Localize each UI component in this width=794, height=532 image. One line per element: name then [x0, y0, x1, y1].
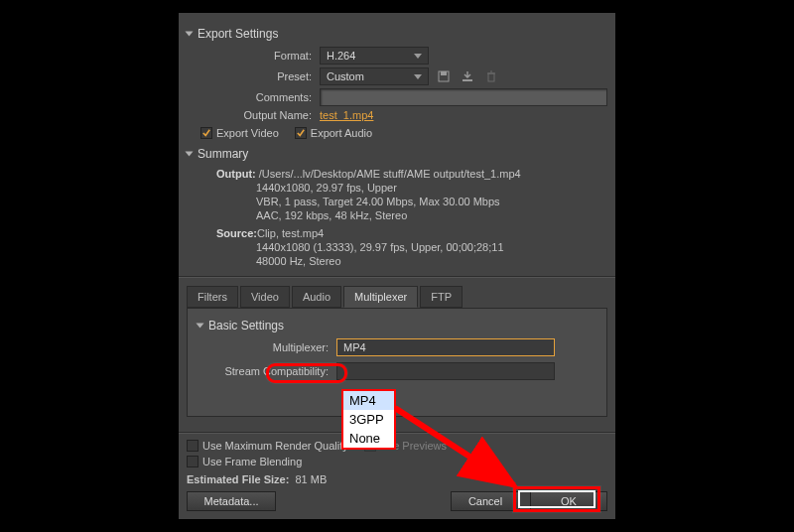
- frame-blending-label: Use Frame Blending: [202, 456, 302, 467]
- tab-bar: Filters Video Audio Multiplexer FTP: [179, 286, 615, 308]
- export-video-label: Export Video: [216, 127, 279, 139]
- preset-select[interactable]: Custom: [320, 67, 429, 85]
- ok-button[interactable]: OK: [530, 491, 607, 511]
- svg-rect-1: [441, 71, 447, 75]
- chevron-down-icon: [414, 74, 422, 79]
- metadata-button[interactable]: Metadata...: [187, 491, 276, 511]
- tab-video[interactable]: Video: [240, 286, 290, 308]
- export-settings-panel: Export Settings Format: H.264 Preset: Cu…: [179, 13, 615, 519]
- tab-ftp[interactable]: FTP: [420, 286, 463, 308]
- tab-multiplexer[interactable]: Multiplexer: [343, 286, 418, 308]
- summary-title: Summary: [198, 147, 248, 161]
- summary-output-line1: 1440x1080, 29.97 fps, Upper: [256, 181, 397, 195]
- tab-audio[interactable]: Audio: [292, 286, 341, 308]
- stream-compat-label: Stream Compatibility:: [198, 365, 336, 377]
- delete-preset-icon[interactable]: [484, 69, 498, 83]
- max-render-quality-checkbox[interactable]: Use Maximum Render Quality Use Previews: [187, 440, 607, 452]
- summary-output-line2: VBR, 1 pass, Target 24.00 Mbps, Max 30.0…: [256, 195, 500, 208]
- multiplexer-option-none[interactable]: None: [343, 429, 394, 448]
- summary-source-line1: 1440x1080 (1.3333), 29.97 fps, Upper, 00…: [256, 240, 504, 254]
- svg-rect-3: [488, 73, 494, 81]
- stream-compat-select[interactable]: [336, 362, 555, 380]
- summary-header[interactable]: Summary: [187, 147, 607, 161]
- summary-output-label: Output:: [216, 168, 256, 180]
- chevron-down-icon: [414, 54, 422, 59]
- comments-field[interactable]: [320, 88, 607, 106]
- basic-settings-title: Basic Settings: [208, 319, 284, 332]
- max-render-quality-label: Use Maximum Render Quality: [202, 440, 348, 452]
- tab-filters[interactable]: Filters: [187, 286, 238, 308]
- preset-label: Preset:: [200, 70, 320, 82]
- disclosure-triangle-icon: [186, 32, 194, 37]
- import-preset-icon[interactable]: [461, 69, 474, 83]
- disclosure-triangle-icon: [197, 324, 204, 329]
- export-audio-label: Export Audio: [311, 127, 372, 139]
- file-size-value: 81 MB: [295, 473, 327, 485]
- basic-settings-header[interactable]: Basic Settings: [198, 319, 596, 332]
- summary-output-line0: /Users/...lv/Desktop/AME stuff/AME outpu…: [259, 168, 521, 180]
- multiplexer-select[interactable]: MP4: [336, 338, 555, 356]
- multiplexer-value: MP4: [343, 341, 366, 353]
- svg-rect-2: [463, 79, 472, 81]
- footer: Use Maximum Render Quality Use Previews …: [187, 432, 607, 511]
- multiplexer-label: Multiplexer:: [198, 341, 336, 353]
- export-audio-checkbox[interactable]: Export Audio: [295, 127, 372, 139]
- disclosure-triangle-icon: [186, 152, 194, 157]
- tab-body-multiplexer: Basic Settings Multiplexer: MP4 Stream C…: [187, 308, 607, 417]
- output-name-label: Output Name:: [200, 109, 320, 121]
- format-label: Format:: [200, 50, 320, 62]
- output-name-link[interactable]: test_1.mp4: [320, 109, 373, 121]
- comments-label: Comments:: [200, 91, 320, 103]
- export-settings-header[interactable]: Export Settings: [187, 27, 607, 41]
- multiplexer-option-mp4[interactable]: MP4: [343, 391, 394, 410]
- export-settings-title: Export Settings: [198, 27, 278, 41]
- summary-source: Source:Clip, test.mp4 1440x1080 (1.3333)…: [216, 226, 607, 268]
- file-size-label: Estimated File Size:: [187, 473, 289, 485]
- format-value: H.264: [327, 50, 355, 62]
- cancel-button[interactable]: Cancel: [451, 491, 520, 511]
- summary-output-line3: AAC, 192 kbps, 48 kHz, Stereo: [256, 208, 407, 222]
- format-select[interactable]: H.264: [320, 47, 429, 65]
- preset-value: Custom: [327, 70, 364, 82]
- summary-source-line2: 48000 Hz, Stereo: [256, 254, 341, 268]
- multiplexer-option-3gpp[interactable]: 3GPP: [343, 410, 394, 429]
- summary-source-line0: Clip, test.mp4: [257, 227, 324, 239]
- save-preset-icon[interactable]: [437, 69, 451, 83]
- export-video-checkbox[interactable]: Export Video: [200, 127, 279, 139]
- frame-blending-checkbox[interactable]: Use Frame Blending: [187, 456, 607, 467]
- summary-source-label: Source:: [216, 227, 257, 239]
- multiplexer-dropdown-menu[interactable]: MP4 3GPP None: [341, 389, 396, 450]
- summary-output: Output: /Users/...lv/Desktop/AME stuff/A…: [216, 167, 607, 222]
